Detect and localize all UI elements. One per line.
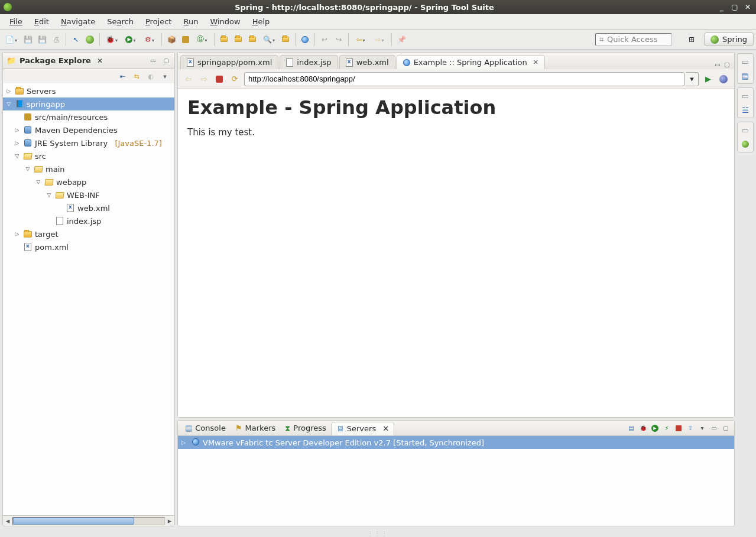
- web-browser-button[interactable]: [298, 33, 312, 46]
- prev-edit-button[interactable]: ↩: [318, 33, 331, 46]
- spring-perspective-button[interactable]: Spring: [704, 32, 754, 46]
- maximize-view-button[interactable]: ▢: [161, 56, 171, 66]
- tab-servers[interactable]: 🖥Servers✕: [331, 422, 394, 435]
- tree-webinf[interactable]: ▽WEB-INF: [3, 188, 174, 201]
- browser-forward-button[interactable]: ⇨: [198, 73, 210, 85]
- pointer-button[interactable]: ↖: [69, 33, 82, 46]
- browser-url-input[interactable]: [244, 72, 684, 86]
- quick-access-field[interactable]: ⌗ Quick Access: [595, 33, 672, 46]
- tab-springapp-pom[interactable]: springapp/pom.xml: [180, 55, 278, 69]
- tree-src[interactable]: ▽src: [3, 149, 174, 162]
- tree-target[interactable]: ▷target: [3, 227, 174, 240]
- servers-debug-button[interactable]: 🐞: [638, 424, 648, 433]
- tab-console[interactable]: ▤Console: [180, 422, 231, 434]
- view-menu-button[interactable]: ▾: [160, 71, 170, 81]
- menu-navigate[interactable]: Navigate: [55, 15, 101, 28]
- tab-close-button[interactable]: ✕: [533, 58, 538, 66]
- outline-icon[interactable]: ▤: [740, 70, 751, 81]
- new-package-button[interactable]: [179, 33, 192, 46]
- open-resource-button[interactable]: [246, 33, 259, 46]
- browser-openext-button[interactable]: [718, 73, 729, 85]
- minimize-button[interactable]: _: [717, 2, 726, 12]
- tree-pomxml[interactable]: pom.xml: [3, 240, 174, 253]
- servers-max-button[interactable]: ▢: [721, 424, 731, 433]
- menu-edit[interactable]: Edit: [28, 15, 55, 28]
- open-perspective-button[interactable]: ⊞: [685, 33, 698, 46]
- expand-icon[interactable]: ▷: [181, 440, 189, 445]
- tree-maven-deps[interactable]: ▷Maven Dependencies: [3, 123, 174, 136]
- new-java-button[interactable]: 📦: [165, 33, 178, 46]
- servers-start-button[interactable]: ▶: [650, 424, 660, 433]
- debug-button[interactable]: 🐞: [103, 33, 121, 46]
- tree-indexjsp[interactable]: index.jsp: [3, 214, 174, 227]
- close-window-button[interactable]: ✕: [743, 2, 752, 12]
- collapse-all-button[interactable]: ⇤: [118, 71, 127, 81]
- restore-icon[interactable]: ▭: [740, 56, 751, 67]
- back-history-button[interactable]: ⇦: [352, 33, 369, 46]
- restore-icon[interactable]: ▭: [740, 90, 751, 101]
- servers-stop-button[interactable]: [674, 424, 683, 433]
- annotate-button[interactable]: [279, 33, 292, 46]
- link-editor-button[interactable]: ⇆: [132, 71, 141, 81]
- next-edit-button[interactable]: ↪: [332, 33, 345, 46]
- menu-run[interactable]: Run: [177, 15, 204, 28]
- browser-stop-button[interactable]: [213, 73, 225, 85]
- tree-main[interactable]: ▽main: [3, 162, 174, 175]
- servers-noprops-button[interactable]: ▤: [627, 424, 636, 433]
- tree-horiz-scrollbar[interactable]: ◂ ▸: [3, 515, 174, 526]
- menu-search[interactable]: Search: [101, 15, 139, 28]
- server-row[interactable]: ▷ VMware vFabric tc Server Developer Edi…: [178, 436, 734, 449]
- pin-editor-button[interactable]: 📌: [395, 33, 408, 46]
- focus-task-button[interactable]: ◐: [146, 71, 155, 81]
- open-type-button[interactable]: [218, 33, 231, 46]
- save-all-button[interactable]: 💾: [35, 33, 48, 46]
- url-dropdown-button[interactable]: ▾: [686, 72, 699, 86]
- save-button[interactable]: 💾: [21, 33, 34, 46]
- new-button[interactable]: 📄: [2, 33, 20, 46]
- tab-progress[interactable]: ⧗Progress: [280, 422, 330, 435]
- tab-markers[interactable]: ⚑Markers: [231, 422, 280, 434]
- spring-leaf-button[interactable]: [83, 33, 96, 46]
- servers-profile-button[interactable]: ⚡: [662, 424, 671, 433]
- search-toolbar-button[interactable]: 🔍: [260, 33, 278, 46]
- scroll-left-button[interactable]: ◂: [3, 516, 12, 525]
- fwd-history-button[interactable]: ⇨: [371, 33, 388, 46]
- tab-web-xml[interactable]: web.xml: [339, 55, 395, 69]
- tasklist-icon[interactable]: ☱: [740, 105, 751, 115]
- menu-window[interactable]: Window: [204, 15, 246, 28]
- print-button[interactable]: 🖨: [50, 33, 63, 46]
- tree-webxml[interactable]: web.xml: [3, 201, 174, 214]
- menu-project[interactable]: Project: [139, 15, 178, 28]
- minimize-view-button[interactable]: ▭: [148, 56, 158, 66]
- scroll-right-button[interactable]: ▸: [165, 516, 174, 525]
- tree-springapp[interactable]: ▽📘springapp: [3, 97, 174, 110]
- servers-min-button[interactable]: ▭: [709, 424, 719, 433]
- run-button[interactable]: ▶: [122, 33, 139, 46]
- run-last-button[interactable]: ⚙: [141, 33, 158, 46]
- tab-example-app[interactable]: Example :: Spring Application✕: [397, 55, 545, 69]
- menu-help[interactable]: Help: [246, 15, 276, 28]
- tree-webapp[interactable]: ▽webapp: [3, 175, 174, 188]
- scroll-thumb[interactable]: [13, 518, 134, 525]
- editor-max-button[interactable]: ▢: [722, 60, 732, 69]
- browser-refresh-button[interactable]: ⟳: [229, 73, 241, 85]
- close-view-button[interactable]: ✕: [97, 57, 103, 65]
- tree-servers[interactable]: ▷Servers: [3, 84, 174, 97]
- open-task-button[interactable]: [232, 33, 245, 46]
- editor-min-button[interactable]: ▭: [713, 60, 722, 69]
- maximize-button[interactable]: ▢: [730, 2, 739, 12]
- tab-index-jsp[interactable]: index.jsp: [280, 55, 338, 69]
- tree-jre[interactable]: ▷JRE System Library [JavaSE-1.7]: [3, 136, 174, 149]
- servers-publish-button[interactable]: ⇪: [686, 424, 695, 433]
- browser-back-button[interactable]: ⇦: [183, 73, 194, 85]
- restore-icon[interactable]: ▭: [740, 125, 751, 135]
- tab-close-button[interactable]: ✕: [382, 424, 389, 433]
- servers-menu-button[interactable]: ▾: [697, 424, 707, 433]
- new-class-button[interactable]: Ⓖ: [193, 33, 211, 46]
- bottom-tabs: ▤Console ⚑Markers ⧗Progress 🖥Servers✕ ▤ …: [178, 421, 734, 436]
- spring-explorer-icon[interactable]: [740, 139, 751, 149]
- browser-go-button[interactable]: ▶: [702, 73, 714, 85]
- tree-resources[interactable]: src/main/resources: [3, 110, 174, 123]
- sash-handle[interactable]: ⋮⋮⋮: [368, 531, 389, 537]
- menu-file[interactable]: File: [4, 15, 28, 28]
